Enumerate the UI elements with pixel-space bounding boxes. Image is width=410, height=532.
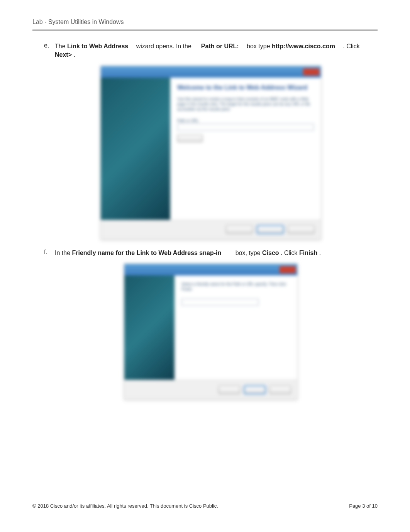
wizard-prompt: Select a friendly name for the Path or U… [181, 282, 290, 292]
page-indicator: Page 3 of 10 [349, 503, 378, 509]
wizard-body: Welcome to the Link to Web Address Wizar… [101, 78, 321, 220]
list-item-f: f. In the Friendly name for the Link to … [44, 249, 378, 257]
bold-text: Cisco [262, 250, 279, 256]
copyright-text: © 2018 Cisco and/or its affiliates. All … [32, 503, 218, 509]
next-button[interactable] [257, 225, 284, 234]
bold-text: Next> [55, 51, 72, 58]
wizard-title: Welcome to the Link to Web Address Wizar… [177, 84, 314, 91]
list-marker: f. [44, 249, 55, 257]
titlebar [124, 264, 297, 275]
back-button[interactable] [226, 225, 253, 234]
page-header: Lab - System Utilities in Windows [32, 19, 378, 31]
browse-button[interactable] [177, 134, 203, 142]
wizard-input-row [177, 124, 314, 131]
wizard-screenshot-2: Select a friendly name for the Path or U… [124, 263, 298, 399]
wizard-main-panel: Select a friendly name for the Path or U… [175, 275, 297, 380]
bold-text: Link to Web Address [67, 43, 128, 49]
wizard-input-label: Path or URL: [177, 119, 314, 123]
text: box, type [235, 250, 262, 256]
bold-text: Path or URL: [201, 43, 239, 49]
page-footer: © 2018 Cisco and/or its affiliates. All … [32, 503, 378, 509]
bold-text: http://www.cisco.com [272, 43, 335, 49]
bold-text: Friendly name for the Link to Web Addres… [72, 250, 221, 256]
text: box type [247, 43, 272, 49]
wizard-body: Select a friendly name for the Path or U… [124, 275, 297, 380]
close-icon[interactable] [303, 68, 319, 75]
text: . Click [343, 43, 360, 49]
page-of: of [366, 503, 372, 509]
list-text: In the Friendly name for the Link to Web… [55, 249, 378, 257]
close-icon[interactable] [280, 266, 296, 273]
wizard-screenshot-1: Welcome to the Link to Web Address Wizar… [100, 66, 321, 240]
page-number: 3 [362, 503, 365, 509]
page-total: 10 [372, 503, 378, 509]
text: . Click [281, 250, 299, 256]
wizard-main-panel: Welcome to the Link to Web Address Wizar… [170, 78, 321, 220]
page-label: Page [349, 503, 362, 509]
url-input[interactable] [177, 124, 314, 131]
friendly-name-input[interactable] [181, 299, 259, 306]
wizard-side-panel [101, 78, 170, 220]
text: . [319, 250, 321, 256]
list-marker: e. [44, 42, 55, 59]
text: . [73, 51, 75, 58]
wizard-description: Use this wizard to create a snap-in that… [177, 97, 314, 112]
list-text: The Link to Web Address wizard opens. In… [55, 42, 378, 59]
bold-text: Finish [299, 250, 317, 256]
text: wizard opens. In the [136, 43, 193, 49]
text: In the [55, 250, 72, 256]
text: The [55, 43, 67, 49]
list-item-e: e. The Link to Web Address wizard opens.… [44, 42, 378, 59]
finish-button[interactable] [244, 386, 266, 394]
cancel-button[interactable] [288, 225, 315, 234]
wizard-footer [124, 380, 297, 399]
wizard-footer [101, 220, 321, 239]
back-button[interactable] [219, 386, 240, 394]
wizard-side-panel [124, 275, 175, 380]
cancel-button[interactable] [269, 386, 291, 394]
content-area: e. The Link to Web Address wizard opens.… [32, 42, 378, 399]
titlebar [101, 66, 321, 78]
